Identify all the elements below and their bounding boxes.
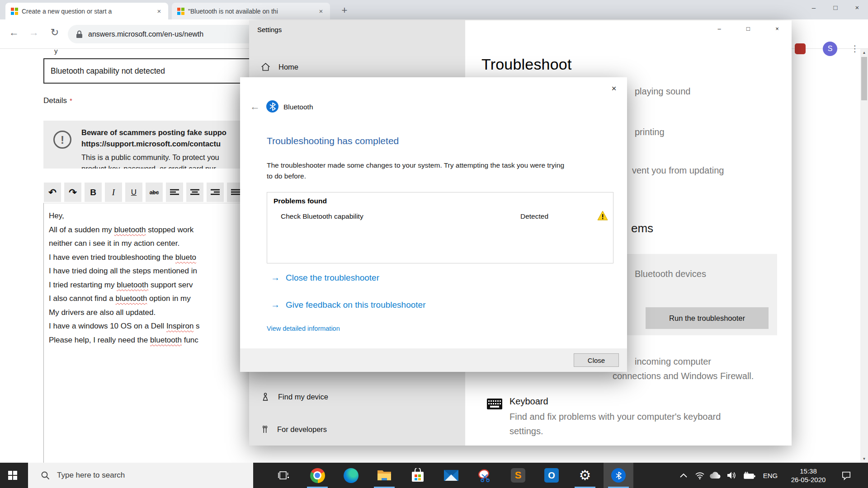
align-right-icon[interactable] — [207, 183, 224, 202]
tray-battery[interactable] — [740, 463, 760, 488]
desktop: Create a new question or start a × "Blue… — [0, 0, 868, 488]
dialog-footer: Close — [240, 348, 627, 372]
view-detailed-information-link[interactable]: View detailed information — [267, 325, 340, 332]
action-center-button[interactable] — [835, 463, 857, 488]
give-feedback-link[interactable]: → Give feedback on this troubleshooter — [271, 300, 425, 310]
page-title: Troubleshoot — [481, 56, 572, 73]
sidebar-item-for-developers[interactable]: For developers — [255, 420, 454, 439]
taskbar-app-store[interactable] — [405, 463, 430, 488]
chevron-up-icon — [679, 473, 688, 478]
warning-triangle-icon — [597, 211, 608, 221]
extension-icon[interactable] — [795, 43, 806, 54]
arrow-right-icon: → — [271, 272, 280, 283]
taskbar-app-sublime[interactable]: S — [505, 463, 531, 488]
snip-and-sketch-icon — [477, 468, 492, 483]
browser-scrollbar[interactable]: ▲ ▼ — [860, 49, 868, 463]
scroll-down-icon[interactable]: ▼ — [860, 455, 868, 463]
close-icon[interactable]: × — [763, 20, 792, 38]
warning-line1: This is a public community. To protect y… — [81, 152, 226, 163]
scroll-up-icon[interactable]: ▲ — [860, 49, 868, 56]
align-center-icon[interactable] — [186, 183, 203, 202]
bold-icon[interactable]: B — [85, 183, 102, 202]
settings-window-title: Settings — [257, 26, 282, 33]
redo-icon[interactable]: ↷ — [64, 183, 81, 202]
taskbar-app-snip[interactable] — [472, 463, 497, 488]
reload-icon[interactable]: ↻ — [47, 25, 62, 40]
tray-onedrive[interactable] — [706, 463, 724, 488]
warning-link[interactable]: https://support.microsoft.com/contactu — [81, 138, 226, 150]
chrome-icon — [310, 468, 325, 483]
scrollbar-thumb[interactable] — [861, 57, 867, 100]
close-troubleshooter-link[interactable]: → Close the troubleshooter — [271, 272, 379, 283]
outlook-icon: O — [544, 468, 559, 483]
details-label: Details* — [43, 96, 72, 105]
undo-icon[interactable]: ↶ — [44, 183, 61, 202]
align-left-icon[interactable] — [166, 183, 183, 202]
back-icon[interactable]: ← — [6, 25, 22, 40]
browser-tab-inactive[interactable]: "Bluetooth is not available on thi × — [172, 3, 330, 19]
minimize-icon[interactable]: – — [803, 0, 825, 15]
new-tab-button[interactable]: + — [338, 5, 351, 17]
keyboard-section-title[interactable]: Keyboard — [509, 396, 548, 407]
taskbar-search[interactable]: Type here to search — [28, 463, 253, 488]
task-view-button[interactable] — [271, 463, 297, 488]
close-icon[interactable]: × — [846, 0, 868, 15]
fragment-heading-ems: ems — [631, 221, 653, 235]
profile-avatar[interactable]: S — [823, 42, 837, 56]
forward-icon[interactable]: → — [26, 25, 42, 40]
problems-heading: Problems found — [274, 197, 327, 205]
search-icon — [41, 471, 50, 480]
cut-off-label: y — [54, 47, 58, 55]
tab-close-icon[interactable]: × — [316, 7, 326, 16]
file-explorer-icon — [377, 469, 392, 482]
taskbar-app-settings[interactable]: ⚙ — [572, 463, 598, 488]
strikethrough-icon[interactable]: abc — [146, 183, 163, 202]
onedrive-cloud-icon — [709, 471, 721, 479]
sidebar-item-find-my-device[interactable]: Find my device — [255, 387, 454, 406]
url-text: answers.microsoft.com/en-us/newth — [88, 30, 203, 38]
clock-time: 15:38 — [788, 467, 829, 475]
tab-close-icon[interactable]: × — [155, 7, 164, 16]
close-icon[interactable]: × — [608, 83, 620, 94]
run-troubleshooter-button[interactable]: Run the troubleshooter — [646, 307, 769, 329]
maximize-icon[interactable]: □ — [734, 20, 763, 38]
editor-line: I have even tried troubleshooting the bl… — [49, 251, 254, 265]
post-body-editor[interactable]: Hey, All of a sudden my bluetooth stoppe… — [43, 203, 254, 463]
task-view-icon — [278, 470, 290, 481]
underline-icon[interactable]: U — [125, 183, 142, 202]
browser-window-controls: – □ × — [803, 0, 868, 15]
sidebar-item-home[interactable]: Home — [255, 57, 454, 76]
editor-line: I also cannot find a bluetooth option in… — [49, 292, 254, 306]
taskbar-app-chrome[interactable] — [305, 463, 330, 488]
taskbar-app-edge[interactable] — [338, 463, 363, 488]
taskbar-app-outlook[interactable]: O — [539, 463, 564, 488]
problem-item: Check Bluetooth capability — [281, 212, 363, 221]
taskbar-app-bluetooth[interactable] — [604, 463, 633, 488]
editor-line: I have tried doing all the steps mention… — [49, 264, 254, 278]
sublime-text-icon: S — [511, 468, 525, 483]
start-button[interactable] — [0, 463, 25, 488]
settings-gear-icon: ⚙ — [579, 469, 591, 482]
editor-line: I have a windows 10 OS on a Dell Inspiro… — [49, 319, 254, 333]
maximize-icon[interactable]: □ — [825, 0, 846, 15]
language-label: ENG — [763, 472, 778, 479]
minimize-icon[interactable]: – — [705, 20, 734, 38]
taskbar-app-mail[interactable] — [439, 463, 464, 488]
dialog-app-name: Bluetooth — [283, 103, 313, 111]
taskbar-app-file-explorer[interactable] — [372, 463, 397, 488]
question-title-input[interactable] — [43, 58, 256, 84]
browser-tab-active[interactable]: Create a new question or start a × — [5, 3, 168, 19]
problem-status: Detected — [520, 212, 548, 221]
italic-icon[interactable]: I — [105, 183, 122, 202]
fragment-incoming-computer: incoming computer — [635, 357, 711, 367]
taskbar: Type here to search — [0, 463, 868, 488]
tray-language[interactable]: ENG — [760, 463, 780, 488]
tray-volume[interactable] — [722, 463, 741, 488]
close-button[interactable]: Close — [574, 353, 619, 367]
scam-warning-banner: ! Beware of scammers posting fake suppo … — [43, 121, 256, 169]
editor-line: neither can i see it in my action center… — [49, 237, 254, 251]
browser-menu-icon[interactable]: ⋮ — [848, 42, 862, 56]
volume-icon — [726, 471, 736, 479]
back-icon[interactable]: ← — [250, 101, 260, 113]
tray-clock[interactable]: 15:38 26-05-2020 — [788, 463, 829, 488]
